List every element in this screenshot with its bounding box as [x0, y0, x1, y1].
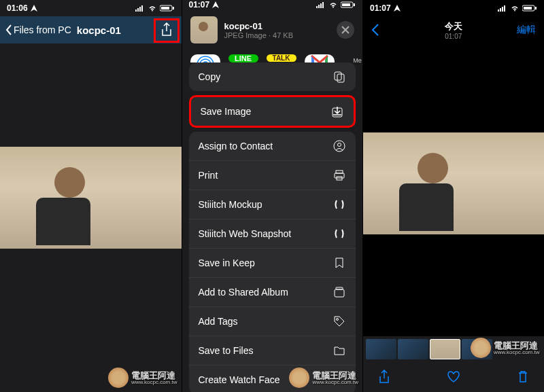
- action-save-keep[interactable]: Save in Keep: [189, 248, 356, 277]
- share-sheet-header: kocpc-01 JPEG Image · 47 KB: [182, 10, 363, 50]
- svg-rect-10: [320, 3, 322, 8]
- action-print[interactable]: Print: [189, 160, 356, 190]
- action-save-image[interactable]: Save Image: [191, 97, 354, 126]
- edit-button[interactable]: 編輯: [517, 24, 536, 36]
- file-thumbnail: [190, 16, 218, 43]
- svg-rect-3: [141, 5, 143, 12]
- contact-icon: [333, 139, 346, 153]
- action-label: Create Watch Face: [199, 374, 280, 385]
- action-label: Stiiitch Mockup: [199, 199, 262, 210]
- app-label: Me: [353, 57, 362, 63]
- svg-point-12: [333, 7, 334, 8]
- heart-icon: [447, 371, 460, 383]
- highlight-box: [154, 18, 180, 43]
- chevron-left-icon: [5, 24, 12, 35]
- screen-1-file-viewer: 01:06 Files from PC kocpc-01 電腦王阿達 www.k…: [0, 0, 182, 392]
- kakaotalk-icon: TALK: [267, 54, 296, 62]
- svg-rect-28: [336, 287, 343, 289]
- svg-rect-20: [337, 74, 344, 82]
- svg-rect-19: [335, 72, 341, 80]
- action-label: Add to Shared Album: [199, 287, 288, 298]
- action-label: Save in Keep: [199, 257, 255, 268]
- nav-subtitle: 01:07: [445, 33, 462, 40]
- svg-rect-30: [498, 10, 499, 12]
- action-label: Assign to Contact: [199, 141, 273, 152]
- svg-rect-24: [336, 171, 343, 173]
- svg-rect-8: [316, 6, 318, 8]
- action-add-tags[interactable]: Add Tags: [189, 306, 356, 336]
- svg-rect-15: [354, 3, 355, 6]
- photo-viewer[interactable]: [0, 43, 182, 392]
- svg-rect-36: [524, 7, 532, 10]
- close-button[interactable]: [337, 21, 354, 39]
- svg-rect-14: [342, 3, 350, 6]
- svg-rect-0: [135, 10, 137, 12]
- photo-content: [0, 147, 182, 249]
- svg-rect-33: [504, 5, 505, 12]
- delete-button[interactable]: [515, 370, 530, 385]
- folder-icon: [333, 344, 346, 357]
- status-indicators: [498, 5, 537, 12]
- favorite-button[interactable]: [446, 370, 461, 385]
- nav-title: 今天: [445, 20, 462, 33]
- album-icon: [333, 285, 346, 299]
- thumbnail-strip[interactable]: [363, 336, 544, 362]
- svg-rect-9: [318, 5, 320, 8]
- back-button[interactable]: [371, 24, 379, 36]
- thumbnail-item[interactable]: [366, 339, 396, 359]
- svg-point-23: [338, 143, 341, 147]
- chevron-left-icon: [371, 24, 379, 36]
- status-time: 01:06: [7, 3, 28, 13]
- thumbnail-item-selected[interactable]: [430, 339, 460, 359]
- svg-point-4: [152, 10, 153, 12]
- action-save-files[interactable]: Save to Files: [189, 336, 356, 365]
- status-time: 01:07: [370, 3, 391, 13]
- file-name: kocpc-01: [224, 21, 330, 31]
- thumbnail-item[interactable]: [398, 339, 428, 359]
- status-time: 01:07: [189, 0, 210, 10]
- photo-viewer[interactable]: [363, 43, 544, 336]
- share-button[interactable]: [377, 370, 392, 385]
- svg-rect-31: [500, 8, 501, 12]
- trash-icon: [517, 370, 528, 384]
- watch-icon: [333, 373, 346, 387]
- copy-icon: [333, 70, 346, 84]
- svg-point-29: [337, 319, 339, 321]
- airdrop-icon: [190, 54, 220, 63]
- nav-title: kocpc-01: [77, 24, 121, 36]
- svg-rect-2: [139, 7, 141, 12]
- action-copy[interactable]: Copy: [189, 63, 356, 91]
- back-label: Files from PC: [14, 24, 71, 35]
- svg-rect-11: [322, 2, 324, 8]
- screen-3-photos-app: 01:07 今天 01:07 編輯 電腦王阿達: [362, 0, 544, 392]
- action-label: Copy: [199, 71, 221, 82]
- thumbnail-item[interactable]: [462, 339, 492, 359]
- gmail-icon: [305, 54, 335, 63]
- close-icon: [341, 26, 350, 34]
- action-create-watch[interactable]: Create Watch Face: [189, 365, 356, 392]
- location-icon: [31, 5, 37, 12]
- share-apps-row[interactable]: AirDrop LINE LINE TALK KakaoTalk Gmail M…: [182, 50, 363, 63]
- svg-rect-6: [161, 7, 169, 10]
- action-assign-contact[interactable]: Assign to Contact: [189, 132, 356, 160]
- location-icon: [394, 5, 401, 12]
- bottom-toolbar: [363, 362, 544, 392]
- svg-point-34: [514, 10, 515, 12]
- action-label: Print: [199, 170, 218, 181]
- status-bar: 01:06: [0, 0, 182, 16]
- svg-rect-32: [502, 7, 503, 12]
- bookmark-icon: [333, 256, 346, 270]
- action-list: Copy Save Image Assign to Contact Print …: [182, 63, 363, 392]
- svg-rect-7: [173, 7, 174, 10]
- action-stiiitch-mockup[interactable]: Stiiitch Mockup: [189, 190, 356, 219]
- photo-content: [363, 132, 544, 234]
- share-icon: [378, 370, 390, 385]
- signal-icon: [135, 5, 145, 12]
- download-icon: [330, 105, 344, 118]
- action-shared-album[interactable]: Add to Shared Album: [189, 277, 356, 306]
- status-indicators: [316, 1, 356, 8]
- tag-icon: [333, 315, 346, 328]
- back-button[interactable]: Files from PC: [5, 24, 71, 35]
- nav-bar: 今天 01:07 編輯: [363, 16, 544, 43]
- action-stiiitch-web[interactable]: Stiiitch Web Snapshot: [189, 219, 356, 248]
